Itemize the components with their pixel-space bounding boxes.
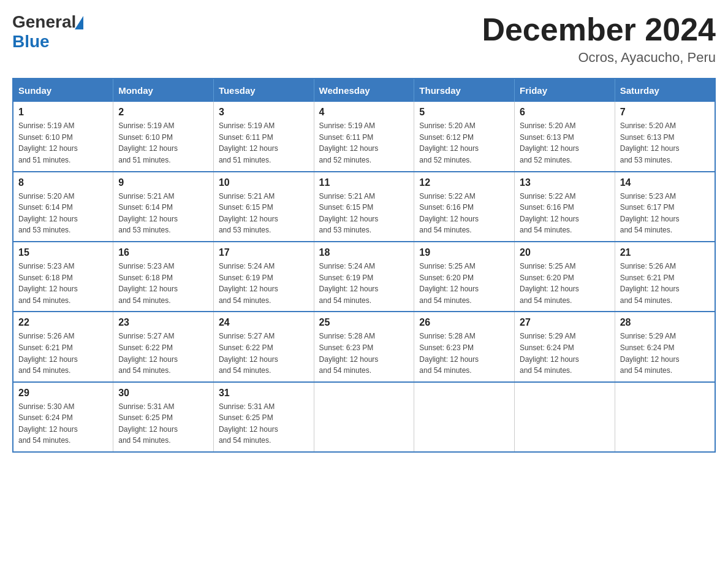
day-info: Sunrise: 5:31 AMSunset: 6:25 PMDaylight:… xyxy=(219,401,309,446)
day-number: 11 xyxy=(319,177,409,188)
day-number: 9 xyxy=(118,177,208,188)
day-info: Sunrise: 5:24 AMSunset: 6:19 PMDaylight:… xyxy=(319,261,409,306)
day-info: Sunrise: 5:21 AMSunset: 6:14 PMDaylight:… xyxy=(118,191,208,236)
day-number: 25 xyxy=(319,317,409,328)
calendar-cell: 7Sunrise: 5:20 AMSunset: 6:13 PMDaylight… xyxy=(615,102,715,171)
month-year-title: December 2024 xyxy=(482,12,716,47)
days-of-week-row: SundayMondayTuesdayWednesdayThursdayFrid… xyxy=(13,79,715,102)
day-number: 15 xyxy=(18,247,108,258)
calendar-cell: 31Sunrise: 5:31 AMSunset: 6:25 PMDayligh… xyxy=(213,382,314,452)
page-header: General Blue December 2024 Ocros, Ayacuc… xyxy=(12,12,716,66)
day-number: 1 xyxy=(18,107,108,118)
location-subtitle: Ocros, Ayacucho, Peru xyxy=(482,50,716,66)
calendar-cell: 1Sunrise: 5:19 AMSunset: 6:10 PMDaylight… xyxy=(13,102,113,171)
day-number: 7 xyxy=(620,107,710,118)
calendar-cell: 13Sunrise: 5:22 AMSunset: 6:16 PMDayligh… xyxy=(515,172,615,242)
day-number: 20 xyxy=(520,247,610,258)
calendar-cell: 2Sunrise: 5:19 AMSunset: 6:10 PMDaylight… xyxy=(113,102,214,171)
calendar-cell: 11Sunrise: 5:21 AMSunset: 6:15 PMDayligh… xyxy=(314,172,414,242)
day-number: 2 xyxy=(118,107,208,118)
calendar-cell: 29Sunrise: 5:30 AMSunset: 6:24 PMDayligh… xyxy=(13,382,113,452)
calendar-week-row: 29Sunrise: 5:30 AMSunset: 6:24 PMDayligh… xyxy=(13,382,715,452)
calendar-cell: 18Sunrise: 5:24 AMSunset: 6:19 PMDayligh… xyxy=(314,242,414,312)
calendar-week-row: 8Sunrise: 5:20 AMSunset: 6:14 PMDaylight… xyxy=(13,172,715,242)
calendar-cell: 9Sunrise: 5:21 AMSunset: 6:14 PMDaylight… xyxy=(113,172,214,242)
logo: General Blue xyxy=(12,12,83,52)
day-info: Sunrise: 5:19 AMSunset: 6:11 PMDaylight:… xyxy=(219,120,309,166)
calendar-cell: 23Sunrise: 5:27 AMSunset: 6:22 PMDayligh… xyxy=(113,312,214,381)
day-number: 12 xyxy=(419,177,509,188)
calendar-cell: 12Sunrise: 5:22 AMSunset: 6:16 PMDayligh… xyxy=(414,172,515,242)
day-info: Sunrise: 5:21 AMSunset: 6:15 PMDaylight:… xyxy=(319,191,409,236)
calendar-cell: 3Sunrise: 5:19 AMSunset: 6:11 PMDaylight… xyxy=(213,102,314,171)
day-number: 13 xyxy=(520,177,610,188)
day-info: Sunrise: 5:20 AMSunset: 6:13 PMDaylight:… xyxy=(620,120,710,166)
day-info: Sunrise: 5:27 AMSunset: 6:22 PMDaylight:… xyxy=(118,331,208,376)
calendar-cell: 24Sunrise: 5:27 AMSunset: 6:22 PMDayligh… xyxy=(213,312,314,381)
calendar-cell: 5Sunrise: 5:20 AMSunset: 6:12 PMDaylight… xyxy=(414,102,515,171)
calendar-table: SundayMondayTuesdayWednesdayThursdayFrid… xyxy=(12,78,716,453)
day-number: 31 xyxy=(219,388,309,399)
day-number: 30 xyxy=(118,388,208,399)
calendar-cell xyxy=(615,382,715,452)
day-info: Sunrise: 5:19 AMSunset: 6:10 PMDaylight:… xyxy=(18,120,108,166)
day-info: Sunrise: 5:25 AMSunset: 6:20 PMDaylight:… xyxy=(520,261,610,306)
day-number: 16 xyxy=(118,247,208,258)
day-number: 4 xyxy=(319,107,409,118)
calendar-cell: 19Sunrise: 5:25 AMSunset: 6:20 PMDayligh… xyxy=(414,242,515,312)
calendar-cell: 14Sunrise: 5:23 AMSunset: 6:17 PMDayligh… xyxy=(615,172,715,242)
day-of-week-header: Monday xyxy=(113,79,214,102)
day-number: 26 xyxy=(419,317,509,328)
day-of-week-header: Friday xyxy=(515,79,615,102)
calendar-body: 1Sunrise: 5:19 AMSunset: 6:10 PMDaylight… xyxy=(13,102,715,452)
calendar-cell: 22Sunrise: 5:26 AMSunset: 6:21 PMDayligh… xyxy=(13,312,113,381)
day-info: Sunrise: 5:19 AMSunset: 6:10 PMDaylight:… xyxy=(118,120,208,166)
logo-general-text: General xyxy=(12,12,76,32)
day-number: 23 xyxy=(118,317,208,328)
calendar-week-row: 1Sunrise: 5:19 AMSunset: 6:10 PMDaylight… xyxy=(13,102,715,171)
day-info: Sunrise: 5:19 AMSunset: 6:11 PMDaylight:… xyxy=(319,120,409,166)
day-info: Sunrise: 5:28 AMSunset: 6:23 PMDaylight:… xyxy=(419,331,509,376)
calendar-cell: 20Sunrise: 5:25 AMSunset: 6:20 PMDayligh… xyxy=(515,242,615,312)
calendar-cell: 16Sunrise: 5:23 AMSunset: 6:18 PMDayligh… xyxy=(113,242,214,312)
day-of-week-header: Sunday xyxy=(13,79,113,102)
calendar-cell: 4Sunrise: 5:19 AMSunset: 6:11 PMDaylight… xyxy=(314,102,414,171)
calendar-week-row: 22Sunrise: 5:26 AMSunset: 6:21 PMDayligh… xyxy=(13,312,715,381)
day-number: 17 xyxy=(219,247,309,258)
day-info: Sunrise: 5:28 AMSunset: 6:23 PMDaylight:… xyxy=(319,331,409,376)
day-info: Sunrise: 5:22 AMSunset: 6:16 PMDaylight:… xyxy=(520,191,610,236)
title-block: December 2024 Ocros, Ayacucho, Peru xyxy=(482,12,716,66)
day-info: Sunrise: 5:20 AMSunset: 6:12 PMDaylight:… xyxy=(419,120,509,166)
calendar-cell: 21Sunrise: 5:26 AMSunset: 6:21 PMDayligh… xyxy=(615,242,715,312)
calendar-cell: 28Sunrise: 5:29 AMSunset: 6:24 PMDayligh… xyxy=(615,312,715,381)
calendar-cell: 6Sunrise: 5:20 AMSunset: 6:13 PMDaylight… xyxy=(515,102,615,171)
day-info: Sunrise: 5:26 AMSunset: 6:21 PMDaylight:… xyxy=(18,331,108,376)
day-info: Sunrise: 5:23 AMSunset: 6:18 PMDaylight:… xyxy=(118,261,208,306)
day-number: 19 xyxy=(419,247,509,258)
day-of-week-header: Thursday xyxy=(414,79,515,102)
calendar-cell xyxy=(314,382,414,452)
day-of-week-header: Saturday xyxy=(615,79,715,102)
calendar-cell: 17Sunrise: 5:24 AMSunset: 6:19 PMDayligh… xyxy=(213,242,314,312)
day-info: Sunrise: 5:29 AMSunset: 6:24 PMDaylight:… xyxy=(620,331,710,376)
day-info: Sunrise: 5:23 AMSunset: 6:17 PMDaylight:… xyxy=(620,191,710,236)
day-number: 28 xyxy=(620,317,710,328)
day-info: Sunrise: 5:25 AMSunset: 6:20 PMDaylight:… xyxy=(419,261,509,306)
calendar-week-row: 15Sunrise: 5:23 AMSunset: 6:18 PMDayligh… xyxy=(13,242,715,312)
day-number: 22 xyxy=(18,317,108,328)
day-info: Sunrise: 5:24 AMSunset: 6:19 PMDaylight:… xyxy=(219,261,309,306)
calendar-cell: 27Sunrise: 5:29 AMSunset: 6:24 PMDayligh… xyxy=(515,312,615,381)
day-of-week-header: Wednesday xyxy=(314,79,414,102)
day-number: 6 xyxy=(520,107,610,118)
day-number: 21 xyxy=(620,247,710,258)
day-number: 18 xyxy=(319,247,409,258)
day-info: Sunrise: 5:30 AMSunset: 6:24 PMDaylight:… xyxy=(18,401,108,446)
day-number: 14 xyxy=(620,177,710,188)
day-number: 3 xyxy=(219,107,309,118)
calendar-cell xyxy=(414,382,515,452)
day-info: Sunrise: 5:27 AMSunset: 6:22 PMDaylight:… xyxy=(219,331,309,376)
calendar-cell: 25Sunrise: 5:28 AMSunset: 6:23 PMDayligh… xyxy=(314,312,414,381)
day-number: 24 xyxy=(219,317,309,328)
calendar-cell: 10Sunrise: 5:21 AMSunset: 6:15 PMDayligh… xyxy=(213,172,314,242)
day-info: Sunrise: 5:29 AMSunset: 6:24 PMDaylight:… xyxy=(520,331,610,376)
